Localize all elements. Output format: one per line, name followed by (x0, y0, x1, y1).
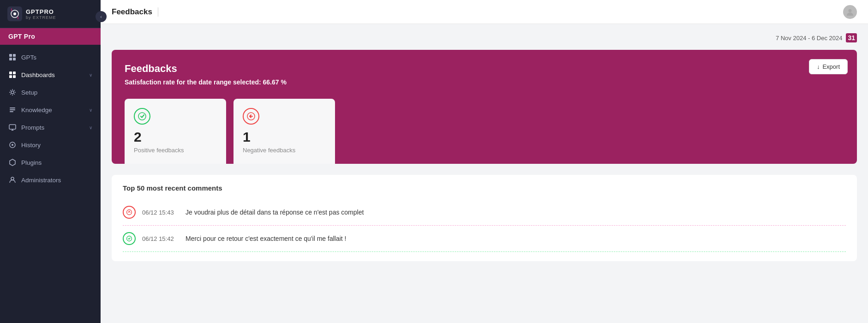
sidebar-item-knowledge[interactable]: Knowledge ∨ (0, 101, 101, 119)
svg-rect-17 (9, 125, 16, 129)
comments-section: Top 50 most recent comments 06/12 15:43 … (112, 175, 857, 261)
satisfaction-rate: 66.67 % (263, 78, 287, 86)
export-button[interactable]: ↓ Export (809, 59, 848, 74)
chevron-down-icon: ∨ (89, 125, 92, 130)
negative-thumb-icon (123, 206, 136, 219)
svg-rect-7 (9, 58, 12, 60)
sidebar-item-gpts[interactable]: GPTs (0, 48, 101, 66)
logo-title: GPTPRO (26, 8, 56, 15)
setup-icon (8, 88, 17, 96)
comment-text-1: Merci pour ce retour c'est exactement ce… (186, 235, 347, 242)
sidebar-item-prompts[interactable]: Prompts ∨ (0, 119, 101, 136)
chevron-down-icon: ∨ (89, 108, 92, 113)
dashboards-icon (8, 71, 17, 79)
comment-row-1: 06/12 15:42 Merci pour ce retour c'est e… (123, 226, 846, 252)
sidebar-item-label: GPTs (21, 54, 36, 61)
page-title: Feedbacks (112, 7, 152, 17)
logo-subtitle: by EXTREME (26, 15, 56, 20)
sidebar-item-administrators[interactable]: Administrators (0, 171, 101, 189)
sidebar-item-label: Setup (21, 89, 37, 96)
sidebar-item-plugins[interactable]: Plugins (0, 154, 101, 171)
svg-rect-16 (10, 111, 13, 112)
sidebar-item-setup[interactable]: Setup (0, 84, 101, 101)
comments-title: Top 50 most recent comments (123, 184, 846, 192)
svg-point-21 (849, 9, 852, 12)
hero-title: Feedbacks (125, 63, 844, 75)
svg-rect-4 (18, 17, 18, 19)
svg-point-13 (11, 91, 14, 94)
sidebar-item-label: Plugins (21, 159, 42, 166)
export-icon: ↓ (817, 63, 820, 70)
positive-label: Positive feedbacks (134, 147, 213, 154)
gpts-icon (8, 53, 17, 61)
positive-feedbacks-card: 2 Positive feedbacks (125, 99, 226, 164)
prompts-icon (8, 123, 17, 132)
sidebar-item-history[interactable]: History (0, 136, 101, 154)
sidebar-item-label: History (21, 142, 41, 149)
svg-rect-9 (9, 72, 12, 74)
negative-count: 1 (243, 129, 322, 145)
plugins-icon (8, 158, 17, 167)
sidebar-item-label: Knowledge (21, 107, 52, 114)
app-logo (7, 6, 22, 21)
topbar-divider (158, 7, 158, 17)
sidebar-item-label: Administrators (21, 177, 61, 184)
svg-rect-12 (13, 75, 16, 78)
svg-rect-3 (11, 8, 12, 11)
hero-banner: ↓ Export Feedbacks Satisfaction rate for… (112, 50, 857, 164)
calendar-icon[interactable]: 31 (846, 33, 857, 42)
comment-time-0: 06/12 15:43 (142, 209, 179, 216)
main-content-area: Feedbacks 7 Nov 2024 - 6 Dec 2024 31 ↓ E… (101, 0, 868, 323)
comment-time-1: 06/12 15:42 (142, 235, 179, 242)
collapse-icon: ‹ (100, 14, 102, 19)
positive-thumb-icon (123, 232, 136, 245)
svg-rect-5 (9, 54, 12, 57)
sidebar-item-dashboards[interactable]: Dashboards ∨ (0, 66, 101, 84)
sidebar-item-label: Dashboards (21, 72, 55, 78)
negative-feedbacks-card: 1 Negative feedbacks (233, 99, 335, 164)
svg-rect-8 (13, 58, 16, 60)
svg-rect-15 (10, 109, 15, 110)
date-range-text: 7 Nov 2024 - 6 Dec 2024 (776, 35, 843, 42)
comment-text-0: Je voudrai plus de détail dans ta répons… (186, 209, 364, 216)
export-label: Export (822, 63, 840, 70)
positive-feedback-icon (134, 108, 150, 125)
svg-point-24 (127, 210, 132, 215)
positive-count: 2 (134, 129, 213, 145)
negative-label: Negative feedbacks (243, 147, 322, 154)
stats-row: 2 Positive feedbacks 1 Negative feedback… (125, 99, 844, 164)
svg-rect-10 (13, 72, 16, 74)
history-icon (8, 141, 17, 149)
comment-row-0: 06/12 15:43 Je voudrai plus de détail da… (123, 199, 846, 226)
sidebar-active-section: GPT Pro (0, 28, 101, 45)
svg-point-20 (11, 177, 14, 180)
svg-rect-11 (9, 75, 12, 78)
topbar: Feedbacks (101, 0, 868, 24)
sidebar: GPTPRO by EXTREME GPT Pro GPTs Dashboard… (0, 0, 101, 323)
negative-feedback-icon (243, 108, 259, 125)
sidebar-item-label: Prompts (21, 124, 44, 131)
avatar[interactable] (843, 5, 857, 19)
hero-subtitle: Satisfaction rate for the date range sel… (125, 78, 844, 86)
svg-point-19 (12, 144, 13, 146)
svg-rect-6 (13, 54, 16, 57)
svg-point-22 (138, 113, 146, 120)
svg-point-2 (13, 12, 16, 15)
svg-rect-14 (10, 108, 15, 108)
sidebar-nav: GPTs Dashboards ∨ Setup Knowledge ∨ (0, 45, 101, 192)
logo-area: GPTPRO by EXTREME (0, 0, 101, 28)
administrators-icon (8, 176, 17, 184)
content: 7 Nov 2024 - 6 Dec 2024 31 ↓ Export Feed… (101, 24, 868, 323)
knowledge-icon (8, 106, 17, 114)
chevron-down-icon: ∨ (89, 72, 92, 78)
sidebar-collapse-button[interactable]: ‹ (96, 11, 107, 22)
subtitle-prefix: Satisfaction rate for the date range sel… (125, 78, 261, 86)
date-range-bar: 7 Nov 2024 - 6 Dec 2024 31 (112, 33, 857, 42)
